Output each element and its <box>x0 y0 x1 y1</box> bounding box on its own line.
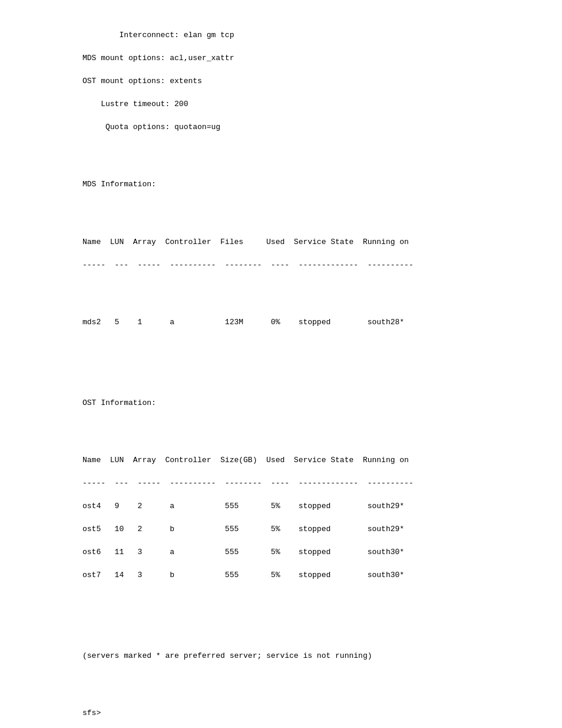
line-prompt[interactable]: sfs> <box>82 709 101 717</box>
line-ost-row4: ost7 14 3 b 555 5% stopped south30* <box>82 571 404 579</box>
line-ost-row1: ost4 9 2 a 555 5% stopped south29* <box>82 502 404 510</box>
terminal-output: Interconnect: elan gm tcp MDS mount opti… <box>82 18 527 728</box>
line-ost-row2: ost5 10 2 b 555 5% stopped south29* <box>82 525 404 533</box>
line-blank3 <box>82 295 87 304</box>
line-blank2 <box>82 215 87 223</box>
line-ost-col-dashes: ----- --- ----- ---------- -------- ----… <box>82 479 414 487</box>
line-quota-options: Quota options: quotaon=ug <box>82 123 220 131</box>
page-container: Interconnect: elan gm tcp MDS mount opti… <box>0 0 562 728</box>
line-mds-col-header: Name LUN Array Controller Files Used Ser… <box>82 238 409 246</box>
line-blank6 <box>82 433 87 442</box>
line-lustre-timeout: Lustre timeout: 200 <box>82 100 188 108</box>
line-blank1 <box>82 157 87 166</box>
line-blank4 <box>82 353 87 361</box>
line-ost-info-header: OST Information: <box>82 398 156 407</box>
line-mds-row1: mds2 5 1 a 123M 0% stopped south28* <box>82 318 404 327</box>
line-blank9 <box>82 686 87 694</box>
line-mds-mount: MDS mount options: acl,user_xattr <box>82 54 234 62</box>
line-note: (servers marked * are preferred server; … <box>82 651 372 660</box>
line-ost-col-header: Name LUN Array Controller Size(GB) Used … <box>82 456 409 465</box>
line-blank5 <box>82 375 87 384</box>
line-ost-row3: ost6 11 3 a 555 5% stopped south30* <box>82 548 404 556</box>
line-blank8 <box>82 628 87 637</box>
line-interconnect: Interconnect: elan gm tcp <box>82 31 234 39</box>
line-blank7 <box>82 605 87 614</box>
line-ost-mount: OST mount options: extents <box>82 77 202 85</box>
line-mds-col-dashes: ----- --- ----- ---------- -------- ----… <box>82 261 414 269</box>
line-mds-info-header: MDS Information: <box>82 180 156 189</box>
